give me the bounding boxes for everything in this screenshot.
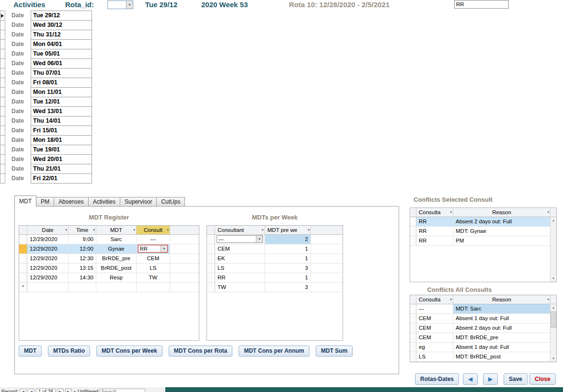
record-selector[interactable]	[19, 264, 27, 273]
reason-cell[interactable]: Absent 1 day out: Full	[453, 314, 551, 323]
empty-cell[interactable]	[69, 283, 96, 292]
reason-cell[interactable]: MDT: Gynae	[453, 227, 551, 236]
date-cell[interactable]: Thu 14/01	[31, 116, 92, 126]
mdt-cons-per-rota-button[interactable]: MDT Cons per Rota	[169, 346, 232, 357]
column-header-mdt-per-week[interactable]: MDT pre we▾	[265, 226, 311, 234]
date-cell[interactable]: Fri 08/01	[31, 78, 92, 88]
record-selector[interactable]	[19, 273, 27, 282]
consult-cell[interactable]: TW	[137, 273, 170, 282]
record-selector[interactable]	[0, 154, 5, 164]
mdt-per-week-cell[interactable]: 2	[265, 235, 311, 244]
record-selector[interactable]	[207, 273, 215, 282]
mdt-cons-per-annum-button[interactable]: MDT Cons per Annum	[239, 346, 310, 357]
date-cell[interactable]: 12/29/2020	[27, 244, 69, 254]
reason-cell[interactable]: MDT: BrRDE_pre	[453, 333, 551, 342]
record-selector[interactable]	[0, 97, 5, 107]
date-cell[interactable]: 12/29/2020	[27, 273, 69, 282]
search-input[interactable]	[100, 389, 145, 392]
column-header-time[interactable]: Time▾	[69, 226, 96, 234]
column-header-reason[interactable]: Reason▾	[453, 295, 551, 304]
date-cell[interactable]: Thu 21/01	[31, 164, 92, 174]
record-selector[interactable]	[0, 135, 5, 145]
consultant-cell[interactable]: CEM	[416, 323, 453, 333]
date-cell[interactable]: Thu 07/01	[31, 68, 92, 78]
record-selector[interactable]	[207, 283, 215, 292]
record-selector[interactable]	[0, 39, 5, 49]
mdt-cell[interactable]: Sarc	[96, 235, 137, 244]
time-cell[interactable]: 12:30	[69, 254, 96, 263]
column-header-consultant[interactable]: Consultant▾	[215, 226, 265, 234]
record-selector[interactable]	[0, 87, 5, 97]
mdt-cell[interactable]: Gynae	[96, 244, 137, 254]
consult-cell[interactable]: RR ▼	[137, 244, 170, 254]
record-selector[interactable]	[0, 116, 5, 126]
scroll-down-icon[interactable]: ▼	[551, 356, 556, 362]
record-selector[interactable]	[0, 145, 5, 155]
record-selector[interactable]	[410, 236, 416, 245]
record-selector[interactable]	[19, 244, 27, 254]
date-cell[interactable]: Wed 06/01	[31, 58, 92, 69]
reason-cell[interactable]: Absent 2 days out: Full	[453, 323, 551, 333]
consultant-cell[interactable]: RR	[215, 273, 265, 282]
record-selector[interactable]	[0, 126, 5, 136]
record-selector[interactable]	[207, 254, 215, 263]
column-header-consult[interactable]: Consult▾	[137, 226, 170, 234]
record-selector[interactable]	[19, 254, 27, 263]
time-cell[interactable]: 14:30	[69, 273, 96, 282]
record-selector[interactable]	[0, 173, 5, 184]
reason-cell[interactable]: Absent 2 days out: Full	[453, 217, 551, 226]
tab-mdt[interactable]: MDT	[14, 196, 36, 207]
select-all-corner[interactable]	[19, 226, 27, 234]
mdt-button[interactable]: MDT	[19, 346, 42, 357]
tab-cutups[interactable]: CutUps	[156, 197, 185, 207]
time-cell[interactable]: 9:00	[69, 235, 96, 244]
tab-absenses[interactable]: Absenses	[54, 197, 89, 207]
record-selector[interactable]	[410, 323, 416, 333]
empty-cell[interactable]	[27, 283, 69, 292]
date-cell[interactable]: Tue 19/01	[31, 145, 92, 155]
consultant-cell[interactable]: --- ▼	[215, 235, 265, 244]
previous-record-button[interactable]: ◀	[463, 373, 478, 385]
consultant-cell[interactable]: RR	[416, 236, 453, 245]
previous-record-button[interactable]: ◀	[28, 389, 34, 392]
tab-supervisor[interactable]: Supervisor	[120, 197, 157, 207]
date-cell[interactable]: Fri 15/01	[31, 126, 92, 136]
rotas-dates-button[interactable]: Rotas-Dates	[415, 373, 459, 385]
consultant-cell[interactable]: RR	[416, 227, 453, 236]
record-selector[interactable]	[19, 235, 27, 244]
close-button[interactable]: Close	[529, 373, 556, 385]
record-selector[interactable]	[0, 49, 5, 59]
select-all-corner[interactable]	[410, 208, 416, 217]
scroll-up-icon[interactable]: ▲	[551, 305, 556, 311]
consult-cell[interactable]: CEM	[137, 254, 170, 263]
date-cell[interactable]: Thu 31/12	[31, 30, 92, 40]
reason-cell[interactable]: PM	[453, 236, 551, 245]
empty-cell[interactable]	[137, 283, 170, 292]
record-selector[interactable]	[0, 20, 5, 30]
record-selector[interactable]	[410, 217, 416, 226]
consult-cell[interactable]: ---	[137, 235, 170, 244]
select-all-corner[interactable]	[207, 226, 215, 234]
column-header-date[interactable]: Date▾	[27, 226, 69, 234]
next-record-button[interactable]: ▶	[483, 373, 498, 385]
mtds-ratio-button[interactable]: MTDs Ratio	[48, 346, 90, 357]
consult-filter-input[interactable]	[454, 0, 509, 9]
record-selector[interactable]	[0, 30, 5, 40]
record-selector[interactable]	[410, 352, 416, 361]
consult-combobox[interactable]: RR ▼	[138, 245, 168, 253]
mdt-sum-button[interactable]: MDT Sum	[316, 346, 353, 357]
consultant-cell[interactable]: LS	[416, 352, 453, 361]
record-selector[interactable]	[207, 235, 215, 244]
date-cell[interactable]: Mon 18/01	[31, 135, 92, 145]
date-cell[interactable]: Tue 12/01	[31, 97, 92, 107]
record-selector[interactable]	[207, 244, 215, 254]
column-header-consultant[interactable]: Consulta▾	[416, 295, 453, 304]
mdt-cell[interactable]: Resp	[96, 273, 137, 282]
mdt-cell[interactable]: BrRDE_post	[96, 264, 137, 273]
mdt-per-week-cell[interactable]: 1	[265, 254, 311, 263]
mdt-cell[interactable]: BrRDE_pre	[96, 254, 137, 263]
mdt-per-week-cell[interactable]: 3	[265, 283, 311, 292]
vertical-scrollbar[interactable]: ▲ ▼	[550, 305, 556, 362]
next-record-button[interactable]: ▶	[57, 389, 64, 392]
consultant-cell[interactable]: CEM	[416, 333, 453, 342]
